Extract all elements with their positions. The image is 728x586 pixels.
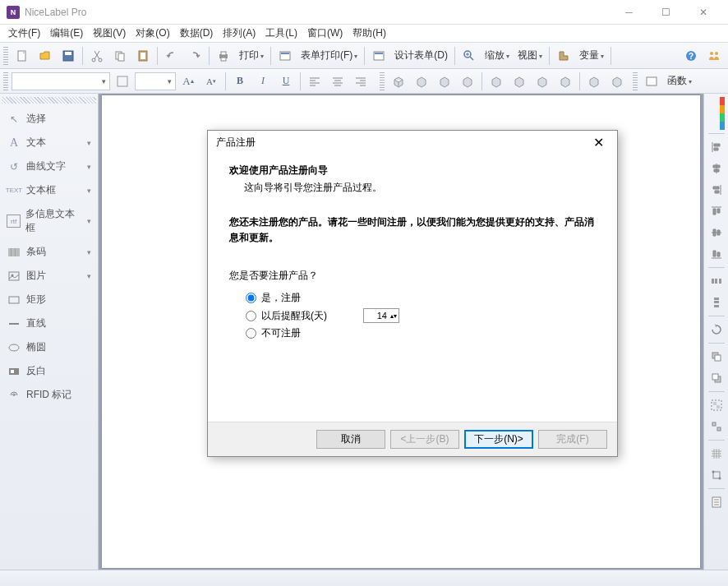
function-icon[interactable] <box>641 71 662 92</box>
menu-window[interactable]: 窗口(W) <box>302 25 348 42</box>
form-print-icon[interactable] <box>274 45 296 67</box>
paste-button[interactable] <box>132 45 154 67</box>
view-label[interactable]: 视图▾ <box>514 48 546 62</box>
users-button[interactable] <box>703 45 725 67</box>
3d-tool-9[interactable] <box>583 71 605 92</box>
print-label[interactable]: 打印▾ <box>236 48 267 62</box>
dialog-close-button[interactable]: ✕ <box>588 135 609 150</box>
3d-tool-4[interactable] <box>457 71 478 92</box>
3d-tool-8[interactable] <box>555 71 576 92</box>
radio-later-input[interactable] <box>246 311 256 321</box>
3d-tool-10[interactable] <box>606 71 628 92</box>
3d-tool-1[interactable] <box>388 71 409 92</box>
align-center-button[interactable] <box>327 71 348 92</box>
ungroup-icon[interactable] <box>707 417 726 436</box>
open-button[interactable] <box>35 45 56 67</box>
font-dialog-button[interactable] <box>112 71 133 92</box>
copy-button[interactable] <box>109 45 131 67</box>
minimize-button[interactable]: ─ <box>611 1 647 24</box>
undo-button[interactable] <box>161 45 182 67</box>
bring-front-icon[interactable] <box>707 347 726 367</box>
variable-label[interactable]: 变量▾ <box>576 48 607 62</box>
toolbar-grip[interactable] <box>3 47 8 65</box>
variable-icon[interactable] <box>553 45 574 67</box>
tool-rectangle[interactable]: 矩形 <box>2 288 96 311</box>
radio-never-input[interactable] <box>246 328 256 339</box>
next-button[interactable]: 下一步(N)> <box>464 430 533 449</box>
radio-never[interactable]: 不可注册 <box>246 325 596 342</box>
3d-tool-2[interactable] <box>411 71 432 92</box>
save-button[interactable] <box>58 45 79 67</box>
close-button[interactable]: ✕ <box>684 1 721 24</box>
group-icon[interactable] <box>707 395 726 415</box>
toolbox-grip[interactable] <box>2 97 96 104</box>
tool-ellipse[interactable]: 椭圆 <box>2 335 96 359</box>
redo-button[interactable] <box>184 45 205 67</box>
tool-select[interactable]: ↖选择 <box>2 107 96 131</box>
menu-object[interactable]: 对象(O) <box>131 25 174 42</box>
help-button[interactable]: ? <box>680 45 702 67</box>
align-middle-icon[interactable] <box>707 223 726 242</box>
distribute-h-icon[interactable] <box>707 271 726 291</box>
align-right-icon[interactable] <box>707 180 726 200</box>
menu-file[interactable]: 文件(F) <box>3 25 45 42</box>
align-left-icon[interactable] <box>707 137 726 157</box>
align-left-button[interactable] <box>304 71 325 92</box>
function-label[interactable]: 函数▾ <box>664 74 695 88</box>
tool-rfid[interactable]: RFID 标记 <box>2 383 96 407</box>
3d-tool-7[interactable] <box>532 71 553 92</box>
font-size-combo[interactable]: ▾ <box>135 72 176 90</box>
toolbar-grip[interactable] <box>3 72 8 90</box>
align-center-h-icon[interactable] <box>707 159 726 178</box>
menu-tools[interactable]: 工具(L) <box>260 25 302 42</box>
send-back-icon[interactable] <box>707 368 726 388</box>
rotate-icon[interactable] <box>707 320 726 339</box>
design-form-label[interactable]: 设计表单(D) <box>391 48 451 62</box>
days-spinner[interactable]: 14 ▴▾ <box>363 308 399 323</box>
tool-text[interactable]: A文本▾ <box>2 131 96 155</box>
3d-tool-3[interactable] <box>434 71 455 92</box>
font-increase-button[interactable]: A▴ <box>177 71 199 92</box>
form-print-label[interactable]: 表单打印(F)▾ <box>297 48 361 62</box>
snap-icon[interactable] <box>707 465 726 485</box>
menu-view[interactable]: 视图(V) <box>88 25 131 42</box>
print-button[interactable] <box>213 45 234 67</box>
font-family-combo[interactable]: ▾ <box>12 72 110 90</box>
bold-button[interactable]: B <box>229 71 251 92</box>
tool-line[interactable]: 直线 <box>2 311 96 335</box>
cancel-button[interactable]: 取消 <box>316 430 385 449</box>
menu-data[interactable]: 数据(D) <box>175 25 219 42</box>
grid-icon[interactable] <box>707 444 726 464</box>
tool-barcode[interactable]: 条码▾ <box>2 240 96 264</box>
align-bottom-icon[interactable] <box>707 244 726 264</box>
zoom-label[interactable]: 缩放▾ <box>481 48 513 62</box>
tool-image[interactable]: 图片▾ <box>2 264 96 288</box>
toolbar-grip[interactable] <box>633 72 638 90</box>
menu-edit[interactable]: 编辑(E) <box>45 25 88 42</box>
zoom-icon[interactable] <box>458 45 480 67</box>
menu-help[interactable]: 帮助(H) <box>348 25 391 42</box>
radio-yes[interactable]: 是，注册 <box>246 289 596 307</box>
design-form-icon[interactable] <box>368 45 389 67</box>
new-button[interactable] <box>12 45 33 67</box>
underline-button[interactable]: U <box>275 71 297 92</box>
maximize-button[interactable]: ☐ <box>647 1 684 24</box>
cut-button[interactable] <box>86 45 108 67</box>
tool-inverse[interactable]: 反白 <box>2 359 96 383</box>
properties-icon[interactable] <box>707 492 726 512</box>
align-right-button[interactable] <box>350 71 371 92</box>
toolbar-grip[interactable] <box>380 72 385 90</box>
tool-rtf[interactable]: rtf多信息文本框▾ <box>2 202 96 240</box>
3d-tool-6[interactable] <box>509 71 530 92</box>
menu-arrange[interactable]: 排列(A) <box>218 25 260 42</box>
3d-tool-5[interactable] <box>486 71 507 92</box>
radio-yes-input[interactable] <box>246 293 256 303</box>
font-decrease-button[interactable]: A▾ <box>200 71 222 92</box>
italic-button[interactable]: I <box>252 71 274 92</box>
tool-textbox[interactable]: TEXT文本框▾ <box>2 178 96 202</box>
color-strip[interactable] <box>720 97 725 130</box>
radio-later[interactable]: 以后提醒我(天) 14 ▴▾ <box>246 307 596 325</box>
distribute-v-icon[interactable] <box>707 293 726 312</box>
align-top-icon[interactable] <box>707 201 726 221</box>
tool-curved-text[interactable]: ↺曲线文字▾ <box>2 155 96 178</box>
